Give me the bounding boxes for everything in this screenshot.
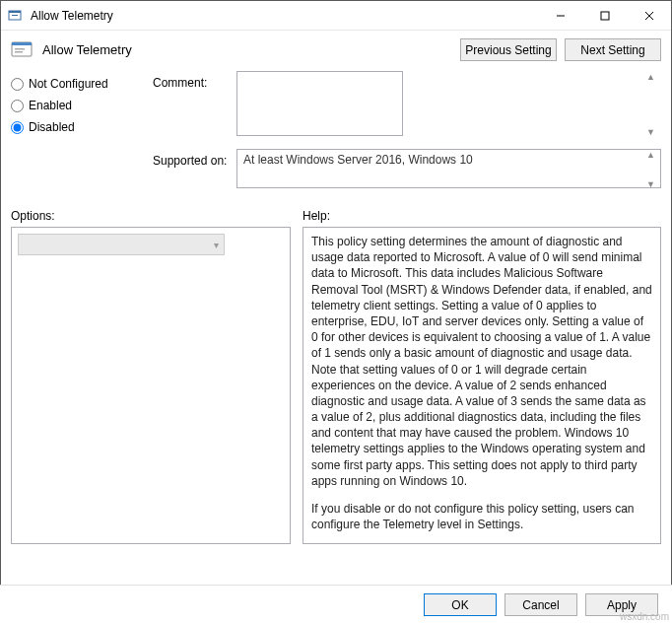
options-label: Options:	[11, 209, 291, 223]
options-dropdown[interactable]: ▾	[18, 234, 225, 255]
previous-setting-button[interactable]: Previous Setting	[460, 38, 557, 61]
options-column: Options: ▾	[11, 209, 291, 544]
state-radios: Not Configured Enabled Disabled	[11, 71, 139, 201]
header: Allow Telemetry Previous Setting Next Se…	[1, 31, 671, 71]
radio-not-configured[interactable]: Not Configured	[11, 73, 139, 95]
svg-rect-9	[15, 48, 25, 50]
svg-rect-8	[12, 42, 32, 45]
radio-disabled-input[interactable]	[11, 121, 24, 134]
radio-disabled-label: Disabled	[29, 120, 75, 134]
radio-enabled-input[interactable]	[11, 100, 24, 112]
titlebar: Allow Telemetry	[1, 1, 671, 31]
window-icon	[8, 8, 24, 24]
minimize-button[interactable]	[538, 1, 582, 30]
svg-rect-1	[9, 11, 21, 13]
lower-panels: Options: ▾ Help: This policy setting det…	[1, 201, 671, 544]
help-column: Help: This policy setting determines the…	[302, 209, 661, 544]
radio-not-configured-input[interactable]	[11, 78, 24, 91]
svg-rect-10	[15, 51, 23, 53]
radio-disabled[interactable]: Disabled	[11, 116, 139, 138]
help-paragraph-1: This policy setting determines the amoun…	[311, 234, 652, 489]
apply-button[interactable]: Apply	[585, 593, 658, 616]
policy-icon	[11, 40, 34, 60]
help-label: Help:	[302, 209, 661, 223]
cancel-button[interactable]: Cancel	[504, 593, 577, 616]
config-area: Not Configured Enabled Disabled Comment:…	[1, 71, 671, 201]
next-setting-button[interactable]: Next Setting	[565, 38, 661, 61]
policy-title: Allow Telemetry	[42, 42, 452, 57]
svg-rect-2	[12, 15, 18, 16]
comment-label: Comment:	[153, 71, 236, 139]
maximize-button[interactable]	[582, 1, 627, 30]
radio-not-configured-label: Not Configured	[29, 77, 108, 91]
window-title: Allow Telemetry	[31, 9, 538, 23]
help-paragraph-2: If you disable or do not configure this …	[311, 501, 652, 532]
options-panel: ▾	[11, 227, 291, 544]
chevron-down-icon: ▾	[214, 240, 219, 250]
supported-on-label: Supported on:	[153, 149, 236, 191]
supported-on-value: At least Windows Server 2016, Windows 10	[236, 149, 661, 188]
comment-scroll-icons: ▲▼	[643, 73, 658, 137]
radio-enabled-label: Enabled	[29, 99, 72, 112]
help-text[interactable]: This policy setting determines the amoun…	[303, 228, 660, 543]
ok-button[interactable]: OK	[424, 593, 497, 616]
close-button[interactable]	[627, 1, 671, 30]
footer: OK Cancel Apply	[0, 585, 672, 624]
radio-enabled[interactable]: Enabled	[11, 95, 139, 116]
comment-input[interactable]	[236, 71, 403, 136]
help-panel: This policy setting determines the amoun…	[302, 227, 661, 544]
fields: Comment: ▲▼ Supported on: At least Windo…	[153, 71, 661, 201]
svg-rect-4	[601, 12, 609, 20]
